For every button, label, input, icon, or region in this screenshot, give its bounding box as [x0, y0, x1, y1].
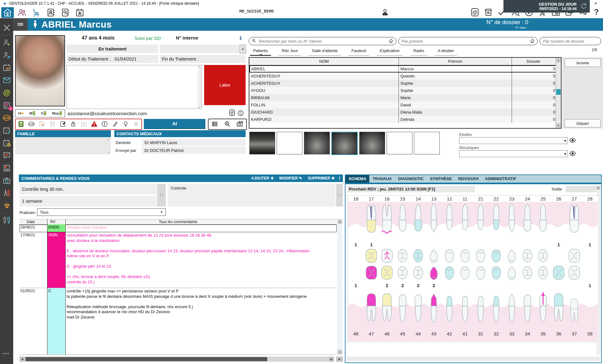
alert-icon[interactable] — [91, 120, 98, 128]
scroll-left-icon[interactable]: ‹ — [348, 357, 349, 360]
user-session-icon[interactable] — [381, 8, 389, 17]
scroll-right-icon[interactable]: ▶ — [329, 356, 334, 362]
scroll-thumb[interactable] — [556, 89, 561, 95]
help-icon[interactable]: ? — [592, 8, 601, 18]
dental-chair-icon[interactable] — [30, 7, 43, 18]
send-email-icon[interactable]: @ — [229, 109, 236, 117]
depart-button[interactable]: Départ — [565, 119, 600, 127]
schema-tab-diagnostic[interactable]: DIAGNOSTIC — [395, 175, 427, 183]
patient-row[interactable]: ABRIEL Marcus 0 — [249, 65, 561, 72]
payment-card-icon[interactable]: 1 — [1, 99, 12, 111]
etudes-view-icon[interactable] — [569, 137, 576, 145]
teeth-compare-icon[interactable] — [1, 214, 12, 227]
chf-icon[interactable]: CHF — [28, 120, 35, 128]
patient-row[interactable]: BIRBAUM Marie 0 — [249, 94, 561, 101]
close-button[interactable]: ✕ — [589, 0, 603, 7]
arrivee-button[interactable]: Arrivée — [565, 59, 600, 67]
column-header-nom[interactable]: NOM — [249, 58, 399, 65]
fees-calculator-icon[interactable] — [18, 120, 24, 128]
camera-icon[interactable] — [1, 174, 12, 187]
patient-row[interactable]: FOLLIN David 0 — [249, 101, 561, 109]
scroll-left-icon[interactable]: ◀ — [19, 356, 25, 362]
column-header-prenom[interactable]: Prénom — [399, 58, 512, 65]
ai-button[interactable]: AI — [144, 119, 205, 129]
schema-tab-administratif[interactable]: ADMINISTRATIF — [482, 175, 519, 183]
tab-patients[interactable]: Patients — [250, 47, 271, 56]
rdv-type-field[interactable]: Contrôle long 30 min. — [19, 184, 156, 195]
chf-currency-icon[interactable]: CHF — [1, 111, 12, 124]
tab-fauteuil[interactable]: Fauteuil — [348, 47, 369, 56]
search-book-icon[interactable] — [59, 7, 72, 18]
family-scrollbar[interactable]: ▲▼ — [107, 138, 111, 154]
email-at-icon[interactable]: @ — [1, 86, 12, 99]
scroll-up-icon[interactable]: ▲ — [556, 58, 561, 63]
xray-slot-empty[interactable] — [414, 132, 440, 154]
comments-horizontal-scrollbar[interactable]: ◀ ▶ — [19, 356, 334, 362]
patient-row[interactable]: GIUCHARD Elena-Malia 0 — [249, 109, 561, 116]
radiology-icon[interactable]: ☢ — [1, 199, 12, 212]
schema-tab-travaux[interactable]: TRAVAUX — [369, 175, 395, 183]
scroll-right-icon[interactable]: › — [598, 357, 599, 360]
xray-thumbnail[interactable] — [359, 132, 385, 154]
patient-row[interactable]: KARPURZI Delinda 0 — [249, 116, 561, 123]
etudes-dropdown[interactable]: ▾ — [459, 137, 568, 144]
family-list[interactable]: ▲▼ — [15, 137, 111, 154]
xray-slot-empty[interactable] — [387, 132, 412, 154]
mail-icon[interactable] — [1, 74, 12, 86]
scroll-down-icon[interactable]: ▼ — [556, 123, 561, 128]
comment-row[interactable]: 28/06/21 ENDO Rendez-vous manqué — [19, 224, 337, 232]
patient-notes-area[interactable]: ▲▼ — [67, 65, 202, 109]
patient-row[interactable]: ACHERITEGUY Sophie 0 — [249, 80, 561, 87]
calendar-clock-icon[interactable]: 7 — [1, 136, 12, 149]
important-icon[interactable] — [101, 120, 108, 128]
add-photo-icon[interactable] — [236, 120, 244, 129]
search-name-input[interactable] — [258, 39, 387, 44]
comments-alert[interactable]: ! — [339, 176, 340, 181]
patient-row[interactable]: AYDOU Sophie 0 — [249, 87, 561, 94]
eraser-icon[interactable] — [530, 38, 535, 44]
search-dossier-input[interactable] — [542, 39, 600, 44]
schema-tab-synth-se[interactable]: SYNTHÈSE — [427, 175, 455, 183]
measure-tools-icon[interactable] — [1, 187, 12, 199]
import-folder-disabled-icon[interactable] — [80, 120, 87, 128]
patient-table-scrollbar[interactable]: ▲ ▼ — [556, 58, 561, 128]
controle-count-spinner[interactable]: 1▾ — [336, 184, 343, 206]
praticien-dropdown[interactable]: Tous ▼ — [37, 208, 166, 216]
schema-horizontal-scrollbar[interactable]: ‹ › — [347, 356, 600, 361]
appointment-calendar-icon[interactable] — [1, 61, 12, 74]
contact-book-icon[interactable] — [45, 7, 57, 18]
edit-patient-icon[interactable] — [1, 49, 12, 61]
treatment-status[interactable]: En traitement — [67, 45, 158, 53]
scroll-down-icon[interactable]: ▼ — [337, 350, 342, 355]
comment-row[interactable]: 01/05/21 C contrôle +15j gingivite max =… — [19, 288, 337, 355]
gestion-du-jour-panel[interactable]: GESTION DU JOUR 09/07/2021 - 14:18:44 — [503, 0, 590, 13]
rdv-count-spinner[interactable]: 1▾ — [157, 184, 166, 206]
edit-comment-button[interactable]: MODIFIER ✎ — [279, 176, 302, 180]
home-icon[interactable] — [1, 7, 14, 18]
comments-vertical-scrollbar[interactable]: ▲ ▼ — [337, 219, 342, 355]
eraser-icon[interactable] — [388, 38, 394, 44]
tab-rdv-jour[interactable]: Rdv Jour — [279, 47, 301, 56]
barcode-icon[interactable] — [211, 120, 219, 129]
radiology-disabled-icon[interactable]: ☢ — [133, 120, 139, 128]
practitioner-tab[interactable]: DD — [13, 18, 28, 31]
add-comment-button[interactable]: AJOUTER ✚ — [251, 176, 274, 180]
sms-icon[interactable]: SMS — [237, 110, 244, 116]
xray-thumbnail[interactable] — [249, 132, 275, 154]
tab-explication[interactable]: Explication — [377, 47, 403, 56]
scroll-right-extra-icon[interactable]: ▶ — [336, 356, 343, 362]
search-firstname-input[interactable] — [401, 39, 528, 44]
patient-row[interactable]: ACHERITEGUY Quentin 0 — [249, 72, 561, 80]
sidebar-more-dots[interactable]: ••• — [3, 351, 10, 356]
scroll-up-icon[interactable]: ▲ — [337, 219, 342, 224]
mosaiques-dropdown[interactable]: ▾ — [459, 150, 568, 157]
schema-tab-rdv-suivi[interactable]: RDV/SUIVI — [455, 175, 482, 183]
xray-slot-empty[interactable] — [277, 132, 302, 154]
comments-icon[interactable] — [1, 149, 12, 162]
archive-box-icon[interactable] — [484, 8, 493, 18]
idea-icon[interactable] — [122, 120, 129, 128]
lock-icon[interactable] — [70, 120, 77, 128]
contact-card-icon[interactable] — [1, 162, 12, 174]
xray-thumbnail[interactable] — [304, 132, 330, 154]
schema-tab-schema[interactable]: SCHEMA — [345, 175, 369, 183]
